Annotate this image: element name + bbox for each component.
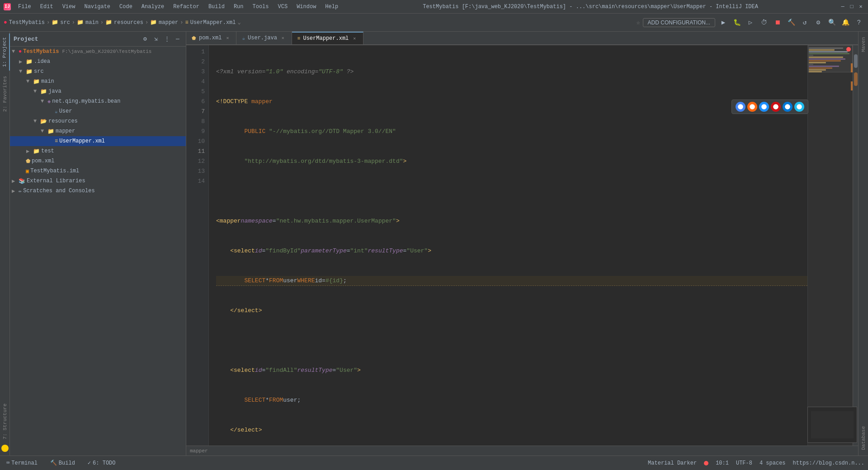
menu-window[interactable]: Window — [293, 3, 320, 11]
code-editor[interactable]: <?xml version="1.0" encoding="UTF-8" ?> … — [209, 45, 807, 446]
toolbar-actions[interactable]: ☆ ADD CONFIGURATION... ▶ 🐛 ▷ ⏱ ⏹ 🔨 ↺ ⚙ 🔍… — [637, 17, 864, 28]
safari-icon[interactable] — [759, 102, 769, 112]
tree-item-mapper[interactable]: ▼ 📁 mapper — [10, 126, 186, 136]
run-with-coverage[interactable]: ▷ — [745, 17, 756, 28]
iml-icon: ▣ — [26, 168, 29, 175]
line-num-3: 3 — [186, 67, 205, 77]
add-config-button[interactable]: ADD CONFIGURATION... — [643, 18, 715, 27]
toolbar: ● TestMybatis › 📁 src › 📁 main › 📁 resou… — [0, 14, 868, 32]
menu-refactor[interactable]: Refactor — [170, 3, 203, 11]
scrollbar[interactable] — [853, 45, 858, 446]
run-button[interactable]: ▶ — [718, 17, 729, 28]
breadcrumb-src[interactable]: src — [60, 19, 70, 26]
sidebar-close-icon[interactable]: ─ — [173, 34, 182, 43]
debug-button[interactable]: 🐛 — [731, 17, 742, 28]
breadcrumb-main[interactable]: main — [85, 19, 99, 26]
ie-icon[interactable] — [794, 102, 804, 112]
close-button[interactable]: ✕ — [857, 3, 864, 10]
todo-tab[interactable]: ✓ 6: TODO — [85, 459, 118, 467]
menu-analyze[interactable]: Analyze — [138, 3, 168, 11]
breadcrumb-resources[interactable]: resources — [114, 19, 143, 26]
build-tab[interactable]: 🔨 Build — [47, 459, 78, 467]
breadcrumb-project[interactable]: TestMybatis — [9, 19, 45, 26]
database-tab[interactable]: Database — [859, 423, 868, 454]
java-file-icon: ☕ — [55, 109, 58, 114]
activity-favorites[interactable]: 2: Favorites — [0, 72, 9, 115]
scroll-thumb-top[interactable] — [854, 54, 858, 68]
tab-user-java[interactable]: ☕ User.java ✕ — [236, 32, 292, 44]
star-icon: ☆ — [637, 19, 640, 26]
tree-item-idea[interactable]: ▶ 📁 .idea — [10, 57, 186, 66]
chrome-icon[interactable] — [736, 102, 745, 112]
warning-icon[interactable] — [1, 445, 9, 452]
menu-code[interactable]: Code — [116, 3, 136, 11]
tree-item-external-libs[interactable]: ▶ 📚 External Libraries — [10, 176, 186, 186]
build-button[interactable]: 🔨 — [786, 17, 797, 28]
activity-structure[interactable]: 7: Structure — [0, 400, 9, 443]
edge-icon[interactable] — [783, 102, 793, 112]
terminal-tab[interactable]: ⌨ Terminal — [4, 459, 40, 467]
menu-view[interactable]: View — [59, 3, 79, 11]
encoding-label[interactable]: UTF-8 — [736, 460, 752, 466]
project-tree: ▼ ● TestMybatis F:\java_web_KJ2020\TestM… — [10, 47, 186, 196]
menu-bar[interactable]: File Edit View Navigate Code Analyze Ref… — [14, 3, 342, 11]
menu-help[interactable]: Help — [321, 3, 342, 11]
cursor-position[interactable]: 10:1 — [716, 460, 729, 466]
rebuild-button[interactable]: ↺ — [799, 17, 810, 28]
scroll-thumb-bottom[interactable] — [854, 72, 858, 86]
tab-pom-xml[interactable]: ⬟ pom.xml ✕ — [186, 32, 236, 44]
tab-usermapper-xml[interactable]: ≡ UserMapper.xml ✕ — [292, 32, 363, 44]
tree-item-pom[interactable]: ▶ ⬟ pom.xml — [10, 156, 186, 166]
code-line-5 — [216, 186, 807, 196]
menu-run[interactable]: Run — [230, 3, 247, 11]
indent-label[interactable]: 4 spaces — [760, 460, 786, 466]
breadcrumb-file[interactable]: UserMapper.xml — [190, 19, 236, 26]
help-button[interactable]: ? — [854, 17, 864, 28]
profile-button[interactable]: ⏱ — [759, 17, 769, 28]
tree-item-usermapper-xml[interactable]: ▶ ≡ UserMapper.xml — [10, 136, 186, 146]
menu-build[interactable]: Build — [205, 3, 228, 11]
line-num-8: 8 — [186, 117, 205, 127]
sidebar-expand-icon[interactable]: ⇲ — [151, 34, 160, 43]
tree-item-package[interactable]: ▼ ◈ net.qing.mybatis.bean — [10, 96, 186, 106]
tab-xml-close[interactable]: ✕ — [351, 35, 358, 42]
settings-button[interactable]: ⚙ — [813, 17, 824, 28]
error-indicator — [846, 47, 851, 52]
tree-item-src[interactable]: ▼ 📁 src — [10, 66, 186, 76]
tree-item-scratches[interactable]: ▶ ✏ Scratches and Consoles — [10, 186, 186, 196]
menu-file[interactable]: File — [14, 3, 35, 11]
tree-item-root[interactable]: ▼ ● TestMybatis F:\java_web_KJ2020\TestM… — [10, 47, 186, 57]
window-controls[interactable]: ─ □ ✕ — [839, 3, 864, 10]
menu-navigate[interactable]: Navigate — [80, 3, 114, 11]
stop-button[interactable]: ⏹ — [772, 17, 783, 28]
sidebar-settings-icon[interactable]: ⚙ — [141, 34, 150, 43]
tab-pom-close[interactable]: ✕ — [224, 35, 231, 41]
search-button[interactable]: 🔍 — [826, 17, 837, 28]
tab-java-close[interactable]: ✕ — [280, 35, 286, 41]
tree-label-idea: .idea — [34, 58, 50, 65]
sidebar-menu-icon[interactable]: ⋮ — [162, 34, 171, 43]
tree-item-iml[interactable]: ▶ ▣ TestMybatis.iml — [10, 166, 186, 176]
maven-tab[interactable]: Maven — [859, 33, 868, 56]
firefox-icon[interactable] — [747, 102, 757, 112]
minimize-button[interactable]: ─ — [839, 3, 846, 10]
tree-arrow-package: ▼ — [41, 98, 46, 104]
tree-item-test[interactable]: ▶ 📁 test — [10, 146, 186, 156]
menu-edit[interactable]: Edit — [37, 3, 57, 11]
breadcrumb-mapper[interactable]: mapper — [159, 19, 178, 26]
tree-item-resources[interactable]: ▼ 📂 resources — [10, 116, 186, 126]
activity-project[interactable]: 1: Project — [0, 33, 10, 71]
menu-tools[interactable]: Tools — [249, 3, 273, 11]
sidebar-icons[interactable]: ⚙ ⇲ ⋮ ─ — [141, 34, 182, 43]
svg-point-4 — [785, 104, 790, 109]
maximize-button[interactable]: □ — [848, 3, 855, 10]
tree-arrow-main: ▼ — [26, 78, 32, 85]
tree-item-java[interactable]: ▼ 📁 java — [10, 86, 186, 96]
menu-vcs[interactable]: VCS — [274, 3, 292, 11]
breadcrumb-sep-4: › — [145, 19, 148, 26]
tree-path-root: F:\java_web_KJ2020\TestMybatis — [62, 49, 151, 54]
tree-item-main[interactable]: ▼ 📁 main — [10, 76, 186, 86]
notification-button[interactable]: 🔔 — [840, 17, 851, 28]
tree-item-user-java[interactable]: ▶ ☕ User — [10, 106, 186, 116]
opera-icon[interactable] — [771, 102, 781, 112]
